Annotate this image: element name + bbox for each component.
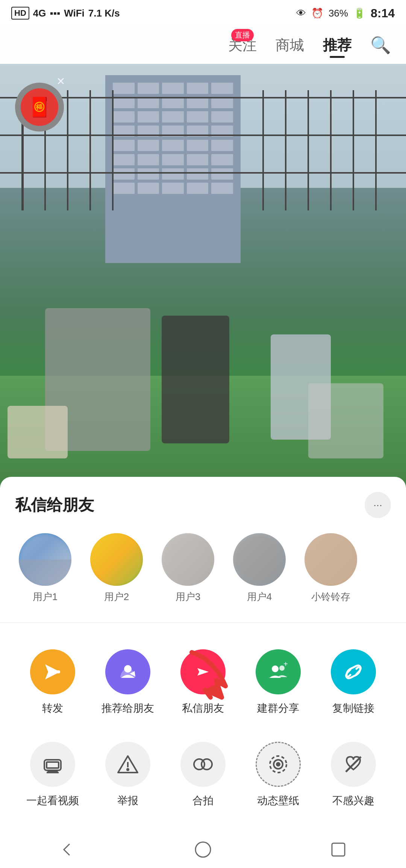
section-divider [0,622,406,623]
red-arrow-indicator [184,645,244,706]
copy-link-label: 复制链接 [332,701,374,715]
duet-icon [180,742,226,787]
pm-header: 私信给朋友 ··· [15,492,391,518]
svg-point-29 [201,759,212,770]
friend-name-1: 用户1 [33,590,58,603]
time-display: 8:14 [371,6,395,20]
svg-rect-15 [48,670,60,673]
signal-4g: 4G [33,8,46,19]
not-interested-icon [331,742,376,787]
action-duet[interactable]: 合拍 [165,734,241,815]
svg-text:+: + [283,661,288,668]
battery-icon: 🔋 [353,8,365,19]
signal-bars: ▪▪▪ [50,8,60,19]
friend-avatar-4 [233,533,286,586]
top-nav: 直播 关注 商城 推荐 🔍 [0,26,406,64]
recommend-label: 推荐给朋友 [102,701,154,715]
status-right: 👁 ⏰ 36% 🔋 8:14 [296,6,395,20]
nav-follow[interactable]: 直播 关注 [228,36,257,55]
svg-rect-36 [332,843,345,856]
friend-name-2: 用户2 [104,590,129,603]
battery-pct: 36% [329,8,348,19]
watch-together-icon [30,742,75,787]
live-wallpaper-label: 动态壁纸 [257,794,299,808]
wifi-icon: WiFi [64,8,85,19]
svg-point-27 [127,769,129,770]
pm-title: 私信给朋友 [15,494,94,516]
action-copy-link[interactable]: 复制链接 [316,642,391,723]
action-live-wallpaper[interactable]: 动态壁纸 [241,734,316,815]
red-envelope[interactable]: 🧧 [15,83,64,132]
video-area: 🧧 ✕ [0,0,406,526]
network-speed: 7.1 K/s [88,8,120,19]
live-badge: 直播 [231,29,254,41]
friend-avatar-5 [304,533,357,586]
back-button[interactable] [58,840,77,862]
close-envelope-button[interactable]: ✕ [56,75,65,88]
friend-name-3: 用户3 [176,590,200,603]
recents-button[interactable] [329,840,348,862]
status-left: HD 4G ▪▪▪ WiFi 7.1 K/s [11,7,120,20]
pm-more-button[interactable]: ··· [365,492,391,518]
actions-row-2: 一起看视频 举报 合拍 [15,734,391,815]
home-button[interactable] [194,840,212,862]
friends-row: 用户1 用户2 用户3 用户4 小铃铃存 [15,533,391,603]
recommend-icon [105,649,150,694]
status-bar: HD 4G ▪▪▪ WiFi 7.1 K/s 👁 ⏰ 36% 🔋 8:14 [0,0,406,26]
red-envelope-icon: 🧧 [21,88,58,126]
not-interested-label: 不感兴趣 [332,794,374,808]
action-watch-together[interactable]: 一起看视频 [15,734,90,815]
forward-icon [30,649,75,694]
friend-avatar-1 [19,533,71,586]
group-label: 建群分享 [257,701,299,715]
svg-point-18 [272,665,279,672]
person-blur-4 [308,383,383,458]
friend-item[interactable]: 小铃铃存 [301,533,361,603]
eye-icon: 👁 [296,8,306,19]
hd-badge: HD [11,7,29,20]
friend-item[interactable]: 用户2 [86,533,147,603]
svg-rect-22 [47,762,59,768]
person-blur-2 [162,316,229,443]
friend-avatar-2 [90,533,143,586]
watch-together-label: 一起看视频 [26,794,79,808]
action-recommend[interactable]: 推荐给朋友 [90,642,165,723]
search-icon[interactable]: 🔍 [370,35,391,55]
friend-item[interactable]: 用户1 [15,533,75,603]
group-icon: + [256,649,301,694]
friend-name-4: 用户4 [247,590,272,603]
svg-point-16 [124,665,132,673]
report-label: 举报 [117,794,138,808]
animal-blur [8,406,68,458]
svg-point-35 [195,842,211,857]
nav-shop[interactable]: 商城 [276,36,304,55]
friend-item[interactable]: 用户3 [158,533,218,603]
bottom-nav [0,834,406,868]
friend-name-5: 小铃铃存 [311,590,350,603]
more-icon: ··· [373,499,382,511]
duet-label: 合拍 [192,794,214,808]
copy-link-icon [331,649,376,694]
forward-label: 转发 [42,701,63,715]
alarm-icon: ⏰ [311,8,323,19]
action-not-interested[interactable]: 不感兴趣 [316,734,391,815]
friend-avatar-3 [162,533,214,586]
action-report[interactable]: 举报 [90,734,165,815]
action-group[interactable]: + 建群分享 [241,642,316,723]
svg-point-32 [277,763,280,766]
action-forward[interactable]: 转发 [15,642,90,723]
report-icon [105,742,150,787]
friend-item[interactable]: 用户4 [229,533,289,603]
nav-recommend[interactable]: 推荐 [323,36,351,55]
live-wallpaper-icon [256,742,301,787]
